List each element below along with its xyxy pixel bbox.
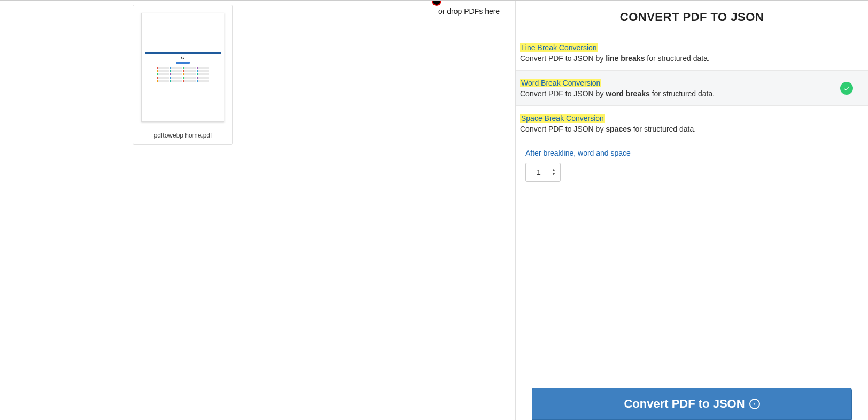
count-value: 1 [526, 168, 552, 177]
after-label: After breakline, word and space [525, 149, 858, 157]
stepper-arrows-icon[interactable]: ▲ ▼ [552, 168, 560, 177]
pdf-thumbnail [141, 13, 224, 122]
panel-title: CONVERT PDF TO JSON [516, 1, 868, 35]
drop-hint: or drop PDFs here [438, 7, 500, 16]
dropzone-panel[interactable]: or drop PDFs here pdftowebp home.pdf [0, 1, 515, 420]
options-panel: CONVERT PDF TO JSON Line Break Conversio… [515, 1, 868, 420]
count-stepper[interactable]: 1 ▲ ▼ [525, 163, 561, 182]
check-icon [840, 82, 853, 95]
option-desc: Convert PDF to JSON by line breaks for s… [520, 54, 858, 63]
after-section: After breakline, word and space 1 ▲ ▼ [516, 141, 868, 189]
option-word-break[interactable]: Word Break Conversion Convert PDF to JSO… [516, 71, 868, 106]
arrow-right-circle-icon [749, 399, 760, 409]
option-title: Word Break Conversion [520, 79, 601, 87]
convert-button[interactable]: Convert PDF to JSON [532, 388, 852, 420]
upload-badge-icon [432, 1, 441, 6]
option-title: Line Break Conversion [520, 43, 598, 52]
option-title: Space Break Conversion [520, 114, 605, 123]
option-desc: Convert PDF to JSON by spaces for struct… [520, 125, 858, 133]
option-space-break[interactable]: Space Break Conversion Convert PDF to JS… [516, 106, 868, 141]
file-card[interactable]: pdftowebp home.pdf [133, 5, 233, 145]
option-line-break[interactable]: Line Break Conversion Convert PDF to JSO… [516, 35, 868, 71]
file-name-label: pdftowebp home.pdf [141, 132, 225, 139]
convert-button-label: Convert PDF to JSON [624, 397, 745, 411]
option-desc: Convert PDF to JSON by word breaks for s… [520, 89, 840, 98]
